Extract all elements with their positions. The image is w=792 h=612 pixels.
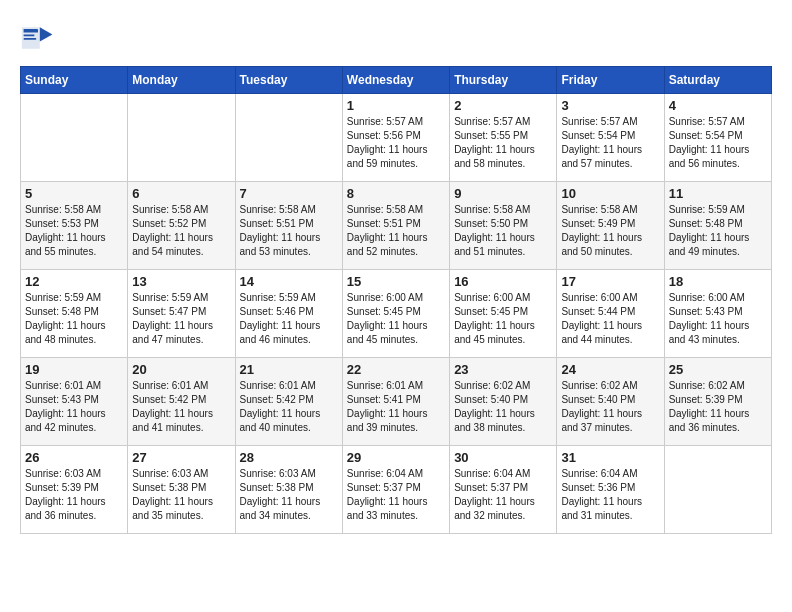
day-info: Sunrise: 6:04 AM Sunset: 5:37 PM Dayligh… xyxy=(347,467,445,523)
day-info: Sunrise: 6:03 AM Sunset: 5:38 PM Dayligh… xyxy=(240,467,338,523)
day-number: 27 xyxy=(132,450,230,465)
day-info: Sunrise: 5:58 AM Sunset: 5:51 PM Dayligh… xyxy=(347,203,445,259)
calendar-cell: 12Sunrise: 5:59 AM Sunset: 5:48 PM Dayli… xyxy=(21,270,128,358)
svg-marker-5 xyxy=(40,27,53,41)
calendar-cell: 7Sunrise: 5:58 AM Sunset: 5:51 PM Daylig… xyxy=(235,182,342,270)
calendar-cell: 26Sunrise: 6:03 AM Sunset: 5:39 PM Dayli… xyxy=(21,446,128,534)
logo xyxy=(20,20,60,56)
calendar-cell: 24Sunrise: 6:02 AM Sunset: 5:40 PM Dayli… xyxy=(557,358,664,446)
weekday-header-thursday: Thursday xyxy=(450,67,557,94)
calendar-week-row: 19Sunrise: 6:01 AM Sunset: 5:43 PM Dayli… xyxy=(21,358,772,446)
day-number: 3 xyxy=(561,98,659,113)
calendar-cell: 5Sunrise: 5:58 AM Sunset: 5:53 PM Daylig… xyxy=(21,182,128,270)
day-number: 7 xyxy=(240,186,338,201)
day-number: 26 xyxy=(25,450,123,465)
day-info: Sunrise: 5:58 AM Sunset: 5:49 PM Dayligh… xyxy=(561,203,659,259)
day-info: Sunrise: 5:59 AM Sunset: 5:46 PM Dayligh… xyxy=(240,291,338,347)
calendar-cell: 2Sunrise: 5:57 AM Sunset: 5:55 PM Daylig… xyxy=(450,94,557,182)
page-header xyxy=(20,20,772,56)
calendar-cell: 28Sunrise: 6:03 AM Sunset: 5:38 PM Dayli… xyxy=(235,446,342,534)
calendar-cell: 8Sunrise: 5:58 AM Sunset: 5:51 PM Daylig… xyxy=(342,182,449,270)
calendar-cell: 1Sunrise: 5:57 AM Sunset: 5:56 PM Daylig… xyxy=(342,94,449,182)
logo-icon xyxy=(20,20,56,56)
calendar-table: SundayMondayTuesdayWednesdayThursdayFrid… xyxy=(20,66,772,534)
calendar-cell: 22Sunrise: 6:01 AM Sunset: 5:41 PM Dayli… xyxy=(342,358,449,446)
day-number: 4 xyxy=(669,98,767,113)
calendar-cell: 10Sunrise: 5:58 AM Sunset: 5:49 PM Dayli… xyxy=(557,182,664,270)
day-info: Sunrise: 5:58 AM Sunset: 5:50 PM Dayligh… xyxy=(454,203,552,259)
weekday-header-monday: Monday xyxy=(128,67,235,94)
calendar-cell: 3Sunrise: 5:57 AM Sunset: 5:54 PM Daylig… xyxy=(557,94,664,182)
weekday-header-saturday: Saturday xyxy=(664,67,771,94)
day-info: Sunrise: 6:00 AM Sunset: 5:43 PM Dayligh… xyxy=(669,291,767,347)
calendar-cell: 29Sunrise: 6:04 AM Sunset: 5:37 PM Dayli… xyxy=(342,446,449,534)
day-info: Sunrise: 5:58 AM Sunset: 5:53 PM Dayligh… xyxy=(25,203,123,259)
day-info: Sunrise: 5:59 AM Sunset: 5:48 PM Dayligh… xyxy=(25,291,123,347)
day-info: Sunrise: 6:01 AM Sunset: 5:42 PM Dayligh… xyxy=(132,379,230,435)
day-number: 21 xyxy=(240,362,338,377)
day-info: Sunrise: 6:02 AM Sunset: 5:40 PM Dayligh… xyxy=(561,379,659,435)
calendar-cell: 13Sunrise: 5:59 AM Sunset: 5:47 PM Dayli… xyxy=(128,270,235,358)
day-number: 25 xyxy=(669,362,767,377)
calendar-cell xyxy=(664,446,771,534)
day-number: 10 xyxy=(561,186,659,201)
day-number: 30 xyxy=(454,450,552,465)
day-info: Sunrise: 6:01 AM Sunset: 5:43 PM Dayligh… xyxy=(25,379,123,435)
day-number: 12 xyxy=(25,274,123,289)
day-number: 17 xyxy=(561,274,659,289)
day-info: Sunrise: 6:02 AM Sunset: 5:39 PM Dayligh… xyxy=(669,379,767,435)
svg-rect-2 xyxy=(24,29,38,33)
day-number: 5 xyxy=(25,186,123,201)
day-info: Sunrise: 5:58 AM Sunset: 5:52 PM Dayligh… xyxy=(132,203,230,259)
day-info: Sunrise: 5:57 AM Sunset: 5:54 PM Dayligh… xyxy=(669,115,767,171)
calendar-cell: 25Sunrise: 6:02 AM Sunset: 5:39 PM Dayli… xyxy=(664,358,771,446)
calendar-week-row: 1Sunrise: 5:57 AM Sunset: 5:56 PM Daylig… xyxy=(21,94,772,182)
calendar-cell: 9Sunrise: 5:58 AM Sunset: 5:50 PM Daylig… xyxy=(450,182,557,270)
day-info: Sunrise: 5:59 AM Sunset: 5:47 PM Dayligh… xyxy=(132,291,230,347)
calendar-cell: 20Sunrise: 6:01 AM Sunset: 5:42 PM Dayli… xyxy=(128,358,235,446)
calendar-cell: 14Sunrise: 5:59 AM Sunset: 5:46 PM Dayli… xyxy=(235,270,342,358)
day-info: Sunrise: 5:58 AM Sunset: 5:51 PM Dayligh… xyxy=(240,203,338,259)
day-info: Sunrise: 5:59 AM Sunset: 5:48 PM Dayligh… xyxy=(669,203,767,259)
calendar-cell: 21Sunrise: 6:01 AM Sunset: 5:42 PM Dayli… xyxy=(235,358,342,446)
day-info: Sunrise: 6:01 AM Sunset: 5:41 PM Dayligh… xyxy=(347,379,445,435)
calendar-week-row: 26Sunrise: 6:03 AM Sunset: 5:39 PM Dayli… xyxy=(21,446,772,534)
day-info: Sunrise: 5:57 AM Sunset: 5:54 PM Dayligh… xyxy=(561,115,659,171)
day-number: 24 xyxy=(561,362,659,377)
day-info: Sunrise: 6:00 AM Sunset: 5:44 PM Dayligh… xyxy=(561,291,659,347)
day-number: 29 xyxy=(347,450,445,465)
calendar-cell xyxy=(21,94,128,182)
day-number: 8 xyxy=(347,186,445,201)
day-number: 2 xyxy=(454,98,552,113)
day-info: Sunrise: 5:57 AM Sunset: 5:56 PM Dayligh… xyxy=(347,115,445,171)
weekday-header-tuesday: Tuesday xyxy=(235,67,342,94)
calendar-cell: 30Sunrise: 6:04 AM Sunset: 5:37 PM Dayli… xyxy=(450,446,557,534)
calendar-cell: 31Sunrise: 6:04 AM Sunset: 5:36 PM Dayli… xyxy=(557,446,664,534)
calendar-cell: 18Sunrise: 6:00 AM Sunset: 5:43 PM Dayli… xyxy=(664,270,771,358)
calendar-cell: 6Sunrise: 5:58 AM Sunset: 5:52 PM Daylig… xyxy=(128,182,235,270)
day-number: 11 xyxy=(669,186,767,201)
day-info: Sunrise: 6:04 AM Sunset: 5:37 PM Dayligh… xyxy=(454,467,552,523)
day-number: 9 xyxy=(454,186,552,201)
svg-rect-4 xyxy=(24,38,37,40)
day-number: 20 xyxy=(132,362,230,377)
day-number: 28 xyxy=(240,450,338,465)
day-number: 18 xyxy=(669,274,767,289)
day-info: Sunrise: 6:03 AM Sunset: 5:38 PM Dayligh… xyxy=(132,467,230,523)
weekday-header-friday: Friday xyxy=(557,67,664,94)
calendar-header-row: SundayMondayTuesdayWednesdayThursdayFrid… xyxy=(21,67,772,94)
weekday-header-sunday: Sunday xyxy=(21,67,128,94)
day-info: Sunrise: 6:04 AM Sunset: 5:36 PM Dayligh… xyxy=(561,467,659,523)
calendar-cell: 23Sunrise: 6:02 AM Sunset: 5:40 PM Dayli… xyxy=(450,358,557,446)
day-number: 23 xyxy=(454,362,552,377)
day-info: Sunrise: 6:03 AM Sunset: 5:39 PM Dayligh… xyxy=(25,467,123,523)
day-number: 31 xyxy=(561,450,659,465)
day-info: Sunrise: 6:02 AM Sunset: 5:40 PM Dayligh… xyxy=(454,379,552,435)
day-number: 15 xyxy=(347,274,445,289)
weekday-header-wednesday: Wednesday xyxy=(342,67,449,94)
svg-rect-3 xyxy=(24,34,35,36)
day-number: 6 xyxy=(132,186,230,201)
day-info: Sunrise: 6:00 AM Sunset: 5:45 PM Dayligh… xyxy=(347,291,445,347)
day-number: 1 xyxy=(347,98,445,113)
calendar-cell: 11Sunrise: 5:59 AM Sunset: 5:48 PM Dayli… xyxy=(664,182,771,270)
